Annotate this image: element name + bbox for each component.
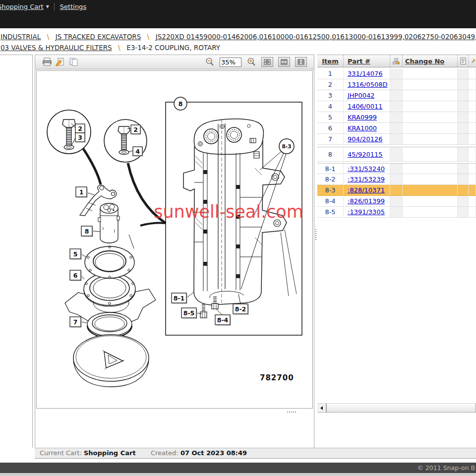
scrollbar-thumb[interactable] [326, 404, 476, 412]
part-number-link[interactable]: 1406/0011 [348, 103, 383, 110]
notes-icon[interactable] [458, 55, 469, 67]
notes-indicator-cell [458, 174, 469, 184]
part-number-link[interactable]: 45/920115 [348, 151, 383, 158]
copy-icon[interactable] [69, 58, 79, 66]
part-number-cell: :1391/3305 [344, 207, 390, 217]
part-number-link[interactable]: KRA1000 [348, 124, 377, 132]
column-header-item[interactable]: Item [317, 55, 344, 67]
assembly-indicator-cell [390, 134, 403, 144]
breadcrumb-industrial[interactable]: INDUSTRIAL [0, 33, 41, 41]
parts-diagram: 2 3 2 4 [37, 71, 312, 408]
wrench-icon[interactable] [469, 55, 476, 67]
export-icon[interactable] [56, 58, 65, 66]
notes-indicator-cell [458, 68, 469, 79]
callout-8-small[interactable]: 8 [81, 226, 93, 237]
change-no-cell [403, 207, 458, 217]
column-header-change-no[interactable]: Change No [403, 55, 458, 67]
item-number-cell: 6 [317, 123, 344, 133]
assembly-indicator-cell [390, 68, 403, 79]
item-number-cell: 8-5 [317, 207, 344, 217]
svg-text:8-5: 8-5 [183, 309, 195, 317]
part-number-cell: JHP0042 [344, 90, 390, 101]
horizontal-splitter[interactable] [35, 410, 314, 415]
part-number-link[interactable]: 331/14076 [348, 70, 383, 77]
svg-text:8-3: 8-3 [282, 143, 292, 149]
ring-part-5 [85, 246, 134, 278]
svg-text:8-1: 8-1 [174, 295, 185, 302]
shopping-cart-menu[interactable]: Shopping Cart [0, 3, 44, 10]
part-number-link[interactable]: :828/10371 [348, 186, 385, 194]
part-number-link[interactable]: :826/01399 [348, 197, 385, 205]
svg-text:8: 8 [178, 100, 183, 108]
callout-8-1[interactable]: 8-1 [172, 293, 187, 304]
column-header-part[interactable]: Part # [344, 55, 390, 67]
zoom-in-icon[interactable] [246, 58, 256, 66]
settings-menu[interactable]: Settings [60, 3, 86, 10]
part-number-link[interactable]: :1391/3305 [348, 208, 385, 216]
breadcrumb-js-tracked-excavators[interactable]: JS TRACKED EXCAVATORS [56, 33, 141, 41]
menu-divider [54, 3, 55, 10]
fit-height-button[interactable] [295, 57, 307, 67]
extra-cell [469, 112, 476, 122]
change-no-cell [403, 101, 458, 112]
table-row: 7904/20126 [317, 134, 476, 145]
callout-8-3-circle[interactable]: 8-3 [279, 139, 294, 154]
extra-cell [469, 101, 476, 112]
callout-5[interactable]: 5 [70, 249, 82, 260]
callout-1[interactable]: 1 [76, 187, 88, 198]
item-number-cell: 8-1 [317, 164, 344, 174]
fit-width-button[interactable] [278, 57, 290, 67]
breadcrumb-separator: \ [118, 44, 120, 52]
change-no-cell [403, 196, 458, 206]
callout-8-5[interactable]: 8-5 [181, 308, 197, 319]
parts-table-body: 1331/1407621316/0508D3JHP004241406/00115… [317, 68, 476, 218]
breadcrumb-model-range[interactable]: JS220XD 01459000-01462006,01610000-01612… [156, 33, 476, 41]
callout-2b[interactable]: 2 [131, 125, 141, 135]
change-no-cell [403, 90, 458, 101]
callout-2a[interactable]: 2 [75, 124, 86, 134]
zoom-level-input[interactable] [220, 58, 241, 67]
part-number-link[interactable]: JHP0042 [348, 92, 375, 99]
notes-indicator-cell [458, 112, 469, 122]
extra-cell [469, 134, 476, 144]
part-number-link[interactable]: :331/53239 [348, 176, 385, 183]
fit-page-icon [264, 59, 271, 65]
notes-indicator-cell [458, 79, 469, 90]
item-number-cell: 4 [317, 101, 344, 112]
extra-cell [469, 164, 476, 174]
extra-cell [469, 79, 476, 90]
structure-icon[interactable] [390, 55, 403, 67]
callout-8-2[interactable]: 8-2 [233, 304, 249, 315]
change-no-cell [403, 147, 458, 161]
table-row: 8-4:826/01399 [317, 196, 476, 207]
callout-8-circle[interactable]: 8 [174, 97, 187, 110]
assembly-indicator-cell [390, 174, 403, 184]
callout-7[interactable]: 7 [70, 317, 82, 328]
table-row: 845/920115 [317, 147, 476, 162]
breadcrumb-valves-filters[interactable]: 03 VALVES & HYDRAULIC FILTERS [0, 44, 112, 52]
svg-text:1: 1 [79, 188, 84, 196]
coupling-cylinder-part [98, 203, 119, 243]
part-number-link[interactable]: :331/53240 [348, 165, 385, 173]
extra-cell [469, 68, 476, 79]
change-no-cell [403, 164, 458, 174]
svg-text:4: 4 [135, 148, 140, 155]
part-number-link[interactable]: KRA0999 [348, 114, 377, 121]
part-number-cell: 1406/0011 [344, 101, 390, 112]
created-value: 07 Oct 2023 08:49 [180, 449, 247, 457]
diagram-canvas[interactable]: 2 3 2 4 [36, 70, 313, 409]
callout-8-4[interactable]: 8-4 [215, 315, 231, 326]
print-icon[interactable] [42, 58, 52, 66]
fit-page-button[interactable] [261, 57, 273, 67]
created-label: Created: [151, 449, 178, 457]
part-number-link[interactable]: 904/20126 [348, 135, 383, 143]
current-cart-label: Current Cart: [40, 449, 82, 457]
part-number-cell: 904/20126 [344, 134, 390, 144]
callout-3[interactable]: 3 [75, 133, 86, 143]
zoom-out-icon[interactable] [205, 58, 215, 66]
part-number-link[interactable]: 1316/0508D [348, 81, 388, 88]
scroll-left-button[interactable] [317, 404, 326, 412]
callout-4[interactable]: 4 [133, 147, 143, 157]
item-number-cell: 7 [317, 134, 344, 144]
callout-6[interactable]: 6 [70, 270, 82, 281]
